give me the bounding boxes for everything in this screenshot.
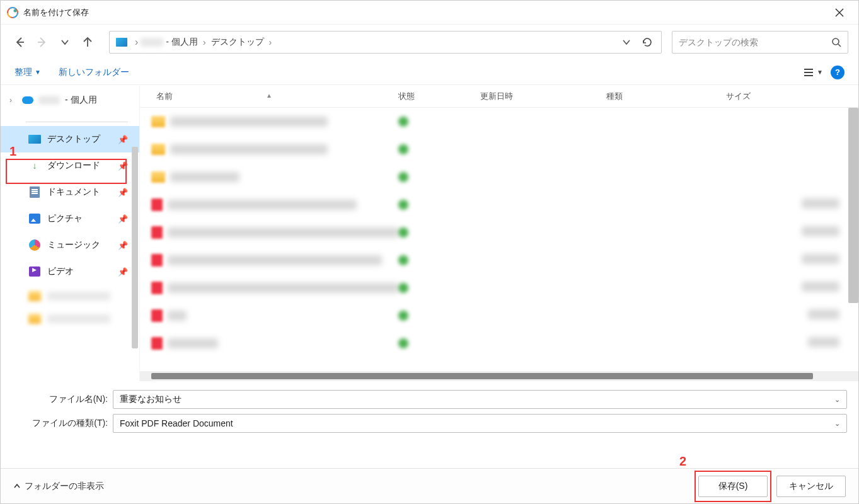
folder-icon <box>28 291 41 301</box>
sync-status-icon <box>398 144 408 154</box>
file-row[interactable] <box>140 191 858 219</box>
column-name[interactable]: 名前▲ <box>140 91 398 102</box>
redacted-text <box>802 226 839 236</box>
new-folder-button[interactable]: 新しいフォルダー <box>59 67 129 78</box>
sidebar: › - 個人用 デスクトップ 📌 ↓ ダウンロード 📌 ドキュメント 📌 ピクチ… <box>1 85 139 381</box>
onedrive-icon <box>22 96 33 104</box>
filetype-select[interactable]: Foxit PDF Reader Document ⌄ <box>113 414 847 433</box>
search-input[interactable] <box>679 37 831 47</box>
help-button[interactable]: ? <box>831 66 845 79</box>
filename-value: 重要なお知らせ <box>120 394 182 405</box>
toolbar: 整理 ▼ 新しいフォルダー ▼ ? <box>1 60 858 85</box>
file-row[interactable] <box>140 219 858 246</box>
view-options-button[interactable]: ▼ <box>803 67 823 77</box>
up-button[interactable] <box>79 33 96 51</box>
pin-icon: 📌 <box>118 241 128 250</box>
close-icon <box>835 8 844 17</box>
save-button[interactable]: 保存(S) <box>698 476 768 497</box>
pin-icon: 📌 <box>118 135 128 144</box>
breadcrumb-separator: › <box>135 37 138 48</box>
filename-input[interactable]: 重要なお知らせ ⌄ <box>113 390 847 409</box>
cancel-button[interactable]: キャンセル <box>776 476 846 497</box>
column-size[interactable]: サイズ <box>726 91 858 102</box>
search-box[interactable] <box>672 31 848 54</box>
pin-icon: 📌 <box>118 188 128 197</box>
main-area: › - 個人用 デスクトップ 📌 ↓ ダウンロード 📌 ドキュメント 📌 ピクチ… <box>1 85 858 381</box>
sidebar-item-label: ダウンロード <box>47 160 100 171</box>
organize-menu[interactable]: 整理 ▼ <box>14 67 41 78</box>
save-inputs: ファイル名(N): 重要なお知らせ ⌄ ファイルの種類(T): Foxit PD… <box>1 381 858 442</box>
recent-button[interactable] <box>56 33 74 51</box>
sidebar-item-desktop[interactable]: デスクトップ 📌 <box>1 126 139 152</box>
breadcrumb-personal: - 個人用 <box>166 37 198 48</box>
file-icon <box>151 282 163 294</box>
sync-status-icon <box>398 255 408 265</box>
column-state[interactable]: 状態 <box>398 91 480 102</box>
redacted-text <box>38 96 60 105</box>
hide-folders-toggle[interactable]: フォルダーの非表示 <box>13 481 104 492</box>
refresh-button[interactable] <box>640 35 655 50</box>
folder-icon <box>151 116 165 127</box>
redacted-text <box>168 227 398 238</box>
navbar: › - 個人用 › デスクトップ › <box>1 25 858 60</box>
column-date[interactable]: 更新日時 <box>480 91 606 102</box>
sidebar-item-label: ドキュメント <box>47 186 100 198</box>
personal-suffix: - 個人用 <box>65 94 97 106</box>
sync-status-icon <box>398 338 408 348</box>
sidebar-item-music[interactable]: ミュージック 📌 <box>1 232 139 258</box>
file-row[interactable] <box>140 108 858 135</box>
refresh-icon <box>642 37 653 48</box>
filetype-value: Foxit PDF Reader Document <box>120 418 233 428</box>
video-icon <box>29 266 40 277</box>
redacted-text <box>802 198 839 209</box>
sidebar-item-label: ビデオ <box>47 266 74 277</box>
redacted-text <box>47 314 110 323</box>
sidebar-item-documents[interactable]: ドキュメント 📌 <box>1 179 139 205</box>
file-icon <box>151 254 163 266</box>
back-button[interactable] <box>11 33 28 51</box>
column-type[interactable]: 種類 <box>606 91 726 102</box>
footer: フォルダーの非表示 2 保存(S) キャンセル <box>1 468 858 503</box>
dropdown-caret-icon: ▼ <box>35 69 41 76</box>
pictures-icon <box>29 214 40 224</box>
pin-icon: 📌 <box>118 214 128 224</box>
sidebar-item-video[interactable]: ビデオ 📌 <box>1 258 139 285</box>
file-row[interactable] <box>140 246 858 274</box>
file-icon <box>151 309 163 322</box>
redacted-text <box>168 255 382 265</box>
sidebar-item-redacted[interactable] <box>1 285 139 307</box>
app-icon <box>7 7 18 18</box>
file-row[interactable] <box>140 274 858 302</box>
sync-status-icon <box>398 227 408 238</box>
dropdown-caret-icon[interactable]: ⌄ <box>834 396 840 404</box>
sync-status-icon <box>398 283 408 293</box>
svg-line-10 <box>838 44 841 47</box>
sidebar-item-pictures[interactable]: ピクチャ 📌 <box>1 205 139 232</box>
dropdown-caret-icon[interactable]: ⌄ <box>834 420 840 428</box>
file-list-scrollbar-vertical[interactable] <box>848 108 858 303</box>
sidebar-scrollbar[interactable] <box>132 147 138 348</box>
sidebar-item-label: ミュージック <box>47 239 100 251</box>
file-list-body[interactable] <box>140 108 858 371</box>
file-icon <box>151 198 163 211</box>
chevron-down-icon[interactable] <box>622 38 631 47</box>
file-list-scrollbar-horizontal[interactable] <box>140 371 858 381</box>
redacted-text <box>168 283 398 293</box>
file-row[interactable] <box>140 163 858 191</box>
forward-button[interactable] <box>33 33 51 51</box>
desktop-icon <box>28 135 41 144</box>
file-row[interactable] <box>140 329 858 357</box>
file-row[interactable] <box>140 135 858 163</box>
redacted-text <box>808 337 839 347</box>
sidebar-item-downloads[interactable]: ↓ ダウンロード 📌 <box>1 152 139 179</box>
file-row[interactable] <box>140 302 858 329</box>
download-icon: ↓ <box>28 161 41 171</box>
breadcrumb-text: - 個人用 › デスクトップ › <box>141 37 274 48</box>
filename-label: ファイル名(N): <box>12 394 113 405</box>
breadcrumb[interactable]: › - 個人用 › デスクトップ › <box>109 31 662 54</box>
sidebar-item-redacted[interactable] <box>1 307 139 330</box>
tree-onedrive[interactable]: › - 個人用 <box>1 89 139 112</box>
close-button[interactable] <box>827 1 852 25</box>
sync-status-icon <box>398 172 408 182</box>
folder-icon <box>151 171 165 183</box>
